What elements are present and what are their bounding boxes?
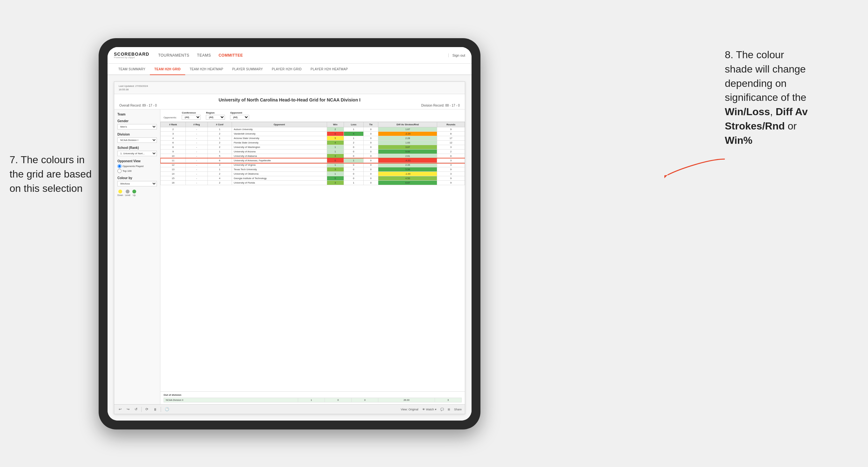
legend-down-dot bbox=[118, 190, 122, 193]
grid-table: # Rank # Reg # Conf Opponent Win Loss Ti… bbox=[160, 122, 465, 185]
opponent-view-label: Opponent View bbox=[117, 159, 157, 163]
out-of-division: Out of division NCAA Division II 1 0 0 bbox=[160, 391, 465, 404]
legend-down-label: Down bbox=[117, 194, 123, 196]
sub-nav-team-h2h-grid[interactable]: TEAM H2H GRID bbox=[150, 64, 185, 75]
colour-by-section: Colour by Win/loss bbox=[117, 176, 157, 186]
tablet-frame: SCOREBOARD Powered by clippd TOURNAMENTS… bbox=[99, 38, 480, 430]
opponent-select[interactable]: (All) bbox=[230, 115, 249, 120]
division-section: Division NCAA Division I bbox=[117, 133, 157, 143]
main-content: Last Updated: 27/03/202416:55:38 Univers… bbox=[107, 75, 471, 421]
table-row: 4 - 1 Arizona State University 5 1 0 2.2… bbox=[161, 136, 465, 141]
toolbar-pause[interactable]: ⏸ bbox=[152, 407, 158, 412]
school-label: School (Rank) bbox=[117, 146, 157, 150]
region-select[interactable]: (All) bbox=[206, 115, 225, 120]
sub-nav-player-summary[interactable]: PLAYER SUMMARY bbox=[228, 64, 268, 75]
toolbar-clock[interactable]: 🕐 bbox=[163, 407, 170, 412]
table-row: 15 - 4 Georgia Institute of Technology 5… bbox=[161, 176, 465, 181]
division-select[interactable]: NCAA Division I bbox=[117, 137, 157, 143]
gender-label: Gender bbox=[117, 119, 157, 123]
nav-bar: SCOREBOARD Powered by clippd TOURNAMENTS… bbox=[107, 47, 471, 64]
sign-out-link[interactable]: Sign out bbox=[448, 54, 465, 57]
toolbar-redo[interactable]: ↪ bbox=[125, 407, 131, 412]
nav-links: TOURNAMENTS TEAMS COMMITTEE bbox=[158, 53, 448, 58]
opponent-filter: Opponent (All) bbox=[230, 111, 249, 120]
col-rounds: Rounds bbox=[437, 122, 465, 127]
filters-area: Opponents: Conference (All) Region bbox=[160, 110, 465, 122]
right-panel: Opponents: Conference (All) Region bbox=[160, 110, 465, 404]
radio-opponents-played[interactable]: Opponents Played bbox=[117, 164, 157, 168]
toolbar-reset[interactable]: ↺ bbox=[133, 407, 139, 412]
legend-up-label: Up bbox=[133, 194, 135, 196]
arrow-right-icon bbox=[664, 156, 728, 181]
sub-nav: TEAM SUMMARY TEAM H2H GRID TEAM H2H HEAT… bbox=[107, 64, 471, 75]
toolbar-sep2 bbox=[161, 407, 161, 412]
sub-nav-player-h2h-grid[interactable]: PLAYER H2H GRID bbox=[267, 64, 306, 75]
conference-select[interactable]: (All) bbox=[182, 115, 201, 120]
col-reg: # Reg bbox=[186, 122, 208, 127]
opponent-view-section: Opponent View Opponents Played Top 100 bbox=[117, 159, 157, 173]
logo-sub: Powered by clippd bbox=[114, 56, 143, 59]
legend-level-dot bbox=[126, 190, 129, 193]
left-panel: Team Gender Men's Division bbox=[114, 110, 160, 404]
table-row: 6 - 2 Florida State University 4 2 0 1.8… bbox=[161, 141, 465, 145]
watch-btn[interactable]: 👁 Watch ▾ bbox=[422, 408, 437, 411]
data-grid: # Rank # Reg # Conf Opponent Win Loss Ti… bbox=[160, 122, 465, 391]
comment-btn[interactable]: 💬 bbox=[440, 408, 444, 411]
table-row: 11 - 6 University of Arkansas, Fayettevi… bbox=[161, 158, 465, 163]
division-record: Division Record: 88 - 17 - 0 bbox=[421, 104, 460, 107]
share-btn[interactable]: Share bbox=[454, 408, 462, 411]
opponents-label: Opponents: bbox=[163, 116, 177, 120]
col-conf: # Conf bbox=[208, 122, 231, 127]
school-select[interactable]: 1. University of Nort... bbox=[117, 151, 157, 156]
annotation-left: 7. The colours in the grid are based on … bbox=[9, 153, 99, 195]
region-label: Region bbox=[206, 111, 225, 114]
team-section: Team bbox=[117, 113, 157, 116]
division-label: Division bbox=[117, 133, 157, 136]
col-diff: Diff Av Strokes/Rnd bbox=[378, 122, 437, 127]
annotation-right: 8. The colour shade will change dependin… bbox=[725, 48, 859, 148]
toolbar-undo[interactable]: ↩ bbox=[117, 407, 123, 412]
table-row: 3 - 2 Vanderbilt University 0 4 0 -2.29 bbox=[161, 132, 465, 136]
out-of-division-label: Out of division bbox=[163, 394, 462, 396]
table-row: 2 - 1 Auburn University 2 1 0 1.67 bbox=[161, 127, 465, 132]
school-section: School (Rank) 1. University of Nort... bbox=[117, 146, 157, 156]
toolbar-refresh[interactable]: ⟳ bbox=[144, 407, 150, 412]
table-row: 10 - 5 University of Alabama 3 0 0 2.61 bbox=[161, 154, 465, 158]
table-row: 9 - 1 University of Arizona 1 0 0 9.00 bbox=[161, 150, 465, 154]
tableau-timestamp: Last Updated: 27/03/202416:55:38 bbox=[119, 84, 148, 91]
tableau-container: Last Updated: 27/03/202416:55:38 Univers… bbox=[114, 82, 465, 414]
tableau-toolbar: ↩ ↪ ↺ ⟳ ⏸ 🕐 View: Original 👁 Watch ▾ 💬 bbox=[114, 404, 465, 414]
dashboard-title: University of North Carolina Head-to-Hea… bbox=[119, 97, 460, 102]
radio-top100[interactable]: Top 100 bbox=[117, 169, 157, 173]
nav-committee[interactable]: COMMITTEE bbox=[219, 53, 243, 58]
table-row: 16 - 2 University of Florida 3 1 0 6.67 bbox=[161, 181, 465, 185]
legend-up: Up bbox=[132, 190, 136, 196]
gender-select[interactable]: Men's bbox=[117, 124, 157, 129]
grid-header-row: # Rank # Reg # Conf Opponent Win Loss Ti… bbox=[161, 122, 465, 127]
out-of-division-table: NCAA Division II 1 0 0 26.00 3 bbox=[163, 398, 462, 402]
tablet-screen: SCOREBOARD Powered by clippd TOURNAMENTS… bbox=[107, 47, 471, 421]
region-filter: Region (All) bbox=[206, 111, 225, 120]
legend-level: Level bbox=[125, 190, 130, 196]
view-label: View: Original bbox=[401, 408, 418, 411]
share-icon[interactable]: ⊞ bbox=[448, 408, 450, 411]
nav-teams[interactable]: TEAMS bbox=[197, 53, 211, 58]
sub-nav-team-h2h-heatmap[interactable]: TEAM H2H HEATMAP bbox=[185, 64, 228, 75]
colour-by-select[interactable]: Win/loss bbox=[117, 181, 157, 186]
col-rank: # Rank bbox=[161, 122, 186, 127]
nav-tournaments[interactable]: TOURNAMENTS bbox=[158, 53, 189, 58]
dashboard-records: Overall Record: 89 - 17 - 0 Division Rec… bbox=[119, 104, 460, 107]
conference-label: Conference bbox=[182, 111, 201, 114]
toolbar-sep1 bbox=[141, 407, 142, 412]
colour-by-label: Colour by bbox=[117, 176, 157, 180]
sub-nav-team-summary[interactable]: TEAM SUMMARY bbox=[114, 64, 150, 75]
gender-section: Gender Men's bbox=[117, 119, 157, 129]
table-row: 12 - 3 University of Virginia 1 0 0 2.33 bbox=[161, 163, 465, 167]
col-loss: Loss bbox=[344, 122, 363, 127]
out-of-division-row: NCAA Division II 1 0 0 26.00 3 bbox=[164, 398, 462, 402]
col-tie: Tie bbox=[364, 122, 378, 127]
overall-record: Overall Record: 89 - 17 - 0 bbox=[119, 104, 157, 107]
table-row: 14 - 2 University of Oklahoma 1 0 0 -1.0… bbox=[161, 172, 465, 176]
sub-nav-player-h2h-heatmap[interactable]: PLAYER H2H HEATMAP bbox=[306, 64, 352, 75]
tableau-header: Last Updated: 27/03/202416:55:38 bbox=[114, 82, 465, 94]
